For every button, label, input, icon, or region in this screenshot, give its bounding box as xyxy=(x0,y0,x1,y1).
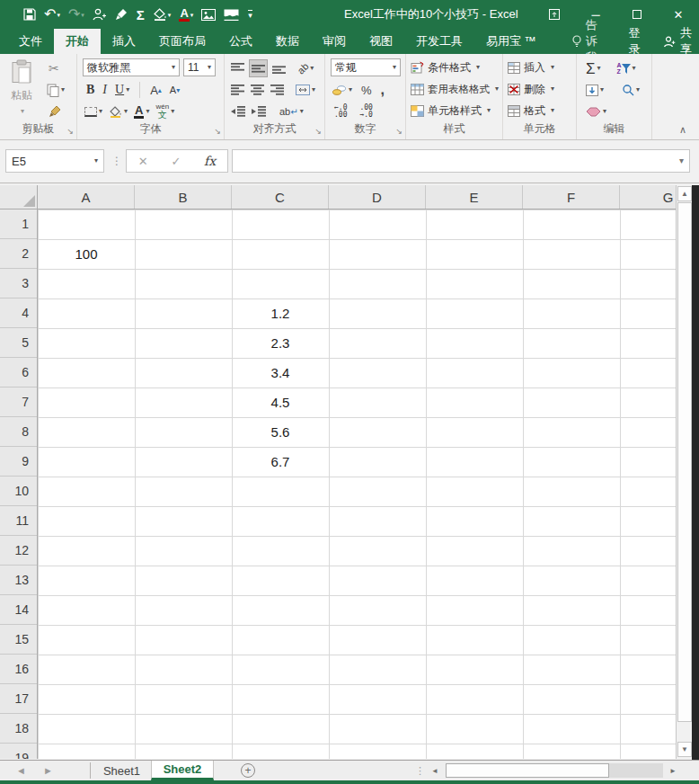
underline-button[interactable]: U ▾ xyxy=(113,81,131,99)
sheet-nav-prev-icon[interactable]: ◄ xyxy=(16,761,26,780)
row-header[interactable]: 12 xyxy=(0,536,37,566)
save-button[interactable] xyxy=(23,4,36,24)
ribbon-display-options-button[interactable] xyxy=(534,0,575,29)
screenshot-button[interactable] xyxy=(224,4,239,24)
align-bottom-button[interactable] xyxy=(270,59,288,77)
row-header[interactable]: 3 xyxy=(0,269,37,298)
decrease-font-button[interactable]: A ▾ xyxy=(168,81,181,99)
ribbon-tab[interactable]: 开发工具 xyxy=(404,29,474,54)
clear-button[interactable]: ▾ xyxy=(584,102,608,120)
fill-color-ribbon-button[interactable]: ▾ xyxy=(107,102,129,120)
decrease-indent-button[interactable] xyxy=(229,102,247,120)
insert-cells-button[interactable]: 插入 ▾ xyxy=(503,58,554,77)
orientation-dropdown-icon[interactable]: ▾ xyxy=(310,65,314,72)
column-header[interactable]: C xyxy=(232,185,329,209)
ribbon-tab[interactable]: 易用宝 ™ xyxy=(474,29,548,54)
sheet-nav-next-icon[interactable]: ► xyxy=(43,761,53,780)
cell-C8[interactable]: 5.6 xyxy=(232,417,329,447)
percent-style-button[interactable]: % xyxy=(359,81,374,99)
vertical-scrollbar[interactable]: ▲ ▼ xyxy=(676,185,692,759)
column-header[interactable]: A xyxy=(38,185,135,209)
row-header[interactable]: 16 xyxy=(0,655,37,684)
wrap-dropdown-icon[interactable]: ▾ xyxy=(300,108,304,115)
select-all-corner[interactable] xyxy=(0,185,38,209)
row-header[interactable]: 9 xyxy=(0,447,37,477)
conditional-formatting-button[interactable]: 条件格式 ▾ xyxy=(406,58,480,77)
close-button[interactable]: ✕ xyxy=(658,0,699,29)
row-header[interactable]: 2 xyxy=(0,239,37,269)
row-header[interactable]: 10 xyxy=(0,477,37,506)
column-header[interactable]: G xyxy=(620,185,676,209)
fill-color-dropdown-icon[interactable]: ▾ xyxy=(168,12,172,18)
row-header[interactable]: 14 xyxy=(0,595,37,625)
row-header[interactable]: 18 xyxy=(0,714,37,744)
clipboard-dialog-launcher[interactable]: ↘ xyxy=(66,127,74,136)
tab-scroll-splitter[interactable]: ⋮ xyxy=(415,761,425,780)
increase-font-button[interactable]: A ▴ xyxy=(148,81,164,99)
confirm-entry-button[interactable]: ✓ xyxy=(171,155,181,168)
font-color-button[interactable]: A ▾ xyxy=(179,4,193,24)
italic-button[interactable]: I xyxy=(101,81,109,99)
underline-dropdown-icon[interactable]: ▾ xyxy=(126,86,129,94)
accounting-dropdown-icon[interactable]: ▾ xyxy=(349,86,352,94)
font-color-ribbon-button[interactable]: A ▾ xyxy=(132,102,151,120)
borders-button[interactable]: ▾ xyxy=(83,102,104,120)
format-painter-button[interactable] xyxy=(115,4,128,24)
undo-button[interactable]: ↶ ▾ xyxy=(44,4,60,24)
number-format-select[interactable]: 常规 ▾ xyxy=(331,58,401,76)
bold-button[interactable]: B xyxy=(84,81,96,99)
phonetic-guide-button[interactable]: wén 文 ▾ xyxy=(154,102,176,120)
font-size-select[interactable]: 11 ▾ xyxy=(183,58,216,76)
font-color-dropdown-icon[interactable]: ▾ xyxy=(190,12,194,18)
name-box[interactable]: E5 ▾ xyxy=(5,149,104,173)
sign-in-button[interactable]: 登录 xyxy=(623,29,649,54)
row-header[interactable]: 7 xyxy=(0,388,37,417)
copy-button[interactable]: ▾ xyxy=(45,81,66,99)
insert-function-button[interactable]: fx xyxy=(204,154,216,168)
row-header[interactable]: 8 xyxy=(0,417,37,447)
ribbon-tab[interactable]: 文件 xyxy=(7,29,54,54)
scroll-up-button[interactable]: ▲ xyxy=(677,186,692,201)
cell-C5[interactable]: 2.3 xyxy=(232,328,329,358)
align-top-button[interactable] xyxy=(229,59,246,77)
hscroll-left-button[interactable]: ◄ xyxy=(428,763,442,778)
orientation-button[interactable]: ab ▾ xyxy=(296,59,315,77)
row-header[interactable]: 6 xyxy=(0,358,37,388)
clear-dropdown-icon[interactable]: ▾ xyxy=(603,108,606,115)
formula-bar-splitter[interactable]: ⋮ xyxy=(111,149,121,173)
borders-dropdown-icon[interactable]: ▾ xyxy=(99,108,102,115)
ribbon-tab[interactable]: 页面布局 xyxy=(147,29,217,54)
copy-dropdown-icon[interactable]: ▾ xyxy=(61,86,65,94)
collapse-ribbon-button[interactable]: ∧ xyxy=(679,124,686,136)
row-header[interactable]: 5 xyxy=(0,328,37,358)
font-color-ribbon-dropdown-icon[interactable]: ▾ xyxy=(146,108,149,115)
find-select-button[interactable]: ▾ xyxy=(620,81,641,99)
align-middle-button[interactable] xyxy=(249,59,268,77)
fill-color-button[interactable]: ▾ xyxy=(153,4,172,24)
cancel-entry-button[interactable]: ✕ xyxy=(138,155,148,168)
row-header[interactable]: 13 xyxy=(0,566,37,595)
find-dropdown-icon[interactable]: ▾ xyxy=(636,86,640,94)
fill-dropdown-icon[interactable]: ▾ xyxy=(600,86,604,94)
share-button[interactable]: 共享 xyxy=(656,29,699,54)
row-header[interactable]: 1 xyxy=(0,209,37,239)
format-cells-button[interactable]: 格式 ▾ xyxy=(503,101,554,120)
font-dialog-launcher[interactable]: ↘ xyxy=(214,127,221,136)
row-header[interactable]: 15 xyxy=(0,625,37,655)
cells-area[interactable]: 100 1.2 2.3 3.4 4.5 5.6 6.7 xyxy=(38,209,676,759)
cell-C4[interactable]: 1.2 xyxy=(232,298,329,328)
ribbon-tab[interactable]: 数据 xyxy=(264,29,311,54)
tell-me-box[interactable]: 告诉我... xyxy=(568,29,613,54)
fill-button[interactable]: ▾ xyxy=(584,81,606,99)
ribbon-tab[interactable]: 视图 xyxy=(358,29,404,54)
horizontal-scroll-thumb[interactable] xyxy=(446,763,609,778)
sort-filter-button[interactable]: A Z ▾ xyxy=(615,59,638,77)
sheet-tab-sheet1[interactable]: Sheet1 xyxy=(93,761,151,780)
formula-input[interactable]: ▾ xyxy=(232,149,690,173)
number-dialog-launcher[interactable]: ↘ xyxy=(395,127,403,136)
font-name-select[interactable]: 微软雅黑 ▾ xyxy=(83,58,180,76)
cell-styles-button[interactable]: 单元格样式 ▾ xyxy=(406,101,491,120)
increase-decimal-button[interactable]: ←.0 .00 xyxy=(332,102,349,120)
column-header[interactable]: D xyxy=(329,185,426,209)
formula-expand-icon[interactable]: ▾ xyxy=(679,156,684,165)
